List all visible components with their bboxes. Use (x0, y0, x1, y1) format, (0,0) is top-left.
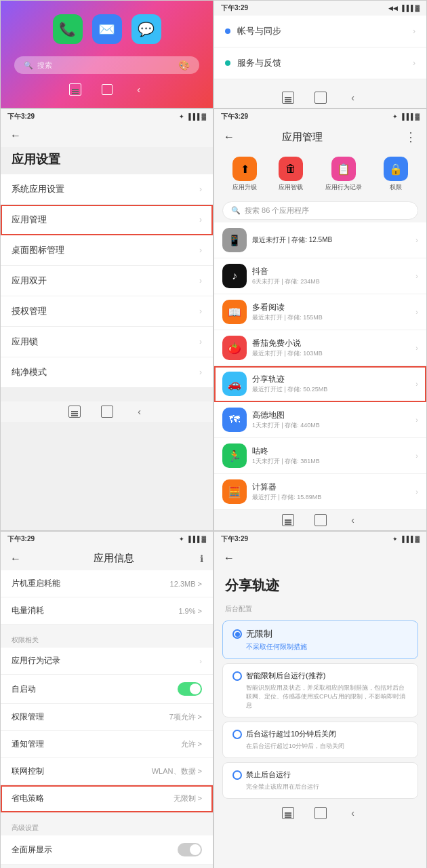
back-button-ml[interactable]: ← (10, 130, 21, 142)
settings-item-sysapp[interactable]: 系统应用设置 › (1, 174, 213, 205)
settings-item-auth[interactable]: 授权管理 › (1, 296, 213, 327)
notify-value: 允许 > (181, 739, 202, 749)
app-item-gaode[interactable]: 🗺 高德地图 1天未打开 | 存储: 440MB › (214, 402, 426, 438)
douyin-icon: ♪ (222, 264, 247, 288)
settings-item-desktop[interactable]: 桌面图标管理 › (1, 235, 213, 266)
fullscreen-toggle[interactable] (178, 843, 202, 856)
nav-back-icon[interactable]: ‹ (133, 83, 145, 96)
status-icons-tr: ◀◀ ▐▐▐ ▓ (388, 5, 420, 12)
feedback-item[interactable]: 服务与反馈 › (214, 47, 426, 79)
permmgmt-value: 7项允许 > (169, 712, 202, 722)
sysapp-chevron: › (199, 184, 202, 194)
bt-icon: ✦ (179, 113, 184, 120)
shortcut-smart[interactable]: 🗑 应用智载 (279, 157, 303, 192)
info-row-autostart[interactable]: 自启动 (1, 675, 213, 704)
bt-icon-mr: ✦ (392, 113, 398, 120)
nav-home-icon-ml[interactable] (101, 406, 113, 418)
info-row-fullscreen[interactable]: 全面屏显示 (1, 835, 213, 865)
app-settings-header: ← (1, 124, 213, 147)
chat-app-icon[interactable]: 💬 (131, 14, 161, 44)
info-row-behavior[interactable]: 应用行为记录 › (1, 648, 213, 675)
nav-home-icon[interactable] (102, 84, 113, 95)
option-forbid[interactable]: 禁止后台运行 完全禁止该应用在后台运行 (222, 762, 418, 799)
feedback-dot-icon (225, 60, 230, 66)
settings-item-dual[interactable]: 应用双开 › (1, 266, 213, 296)
nav-home-icon-mr2[interactable] (314, 514, 327, 526)
app-item-duokan[interactable]: 📖 多看阅读 最近未打开 | 存储: 155MB › (214, 294, 426, 330)
upgrade-icon: ⬆ (232, 157, 257, 181)
info-row-notify[interactable]: 通知管理 允许 > (1, 731, 213, 758)
gudong-chevron: › (415, 452, 418, 460)
nav-menu-icon[interactable] (69, 83, 81, 96)
panel-home: 📞 ✉️ 💬 🔍 搜索 🎨 ‹ (0, 0, 214, 108)
info-row-permmgmt[interactable]: 权限管理 7项允许 > (1, 704, 213, 731)
option-unlimited[interactable]: 无限制 不采取任何限制措施 (222, 620, 418, 659)
back-button-br[interactable]: ← (224, 552, 235, 564)
info-row-network[interactable]: 联网控制 WLAN、数据 > (1, 758, 213, 785)
nav-menu-icon-ml[interactable] (68, 406, 81, 418)
back-button-bl[interactable]: ← (10, 553, 21, 565)
more-button-mr[interactable]: ⋮ (405, 130, 417, 144)
info-row-battery-strategy[interactable]: 省电策略 无限制 > (1, 785, 213, 812)
nav-menu-icon-br[interactable] (282, 807, 294, 819)
app-item-sharetrace[interactable]: 🚗 分享轨迹 最近打开过 | 存储: 50.25MB › (214, 366, 426, 402)
option-timeout[interactable]: 后台运行超过10分钟后关闭 在后台运行超过10分钟后，自动关闭 (222, 722, 418, 758)
nav-menu-icon-tr[interactable] (282, 92, 294, 104)
account-sync-label: 帐号与同步 (237, 25, 413, 37)
app-settings-title-container: 应用设置 (1, 147, 213, 174)
auth-chevron: › (199, 307, 202, 316)
option-smart[interactable]: 智能限制后台运行(推荐) 智能识别应用及状态，并采取相应的限制措施，包括对后台联… (222, 663, 418, 717)
settings-item-pure[interactable]: 纯净模式 › (1, 357, 213, 388)
nav-back-icon-ml[interactable]: ‹ (134, 406, 146, 418)
back-button-mr[interactable]: ← (224, 131, 235, 143)
shortcut-permission[interactable]: 🔒 权限 (384, 157, 408, 192)
shortcut-behavior[interactable]: 📋 应用行为记录 (325, 157, 362, 192)
app-item-gudong[interactable]: 🏃 咕咚 1天未打开 | 存储: 381MB › (214, 438, 426, 474)
shortcut-upgrade[interactable]: ⬆ 应用升级 (232, 157, 257, 192)
wifi-icon: ◀◀ (388, 5, 398, 12)
status-icons-mr: ✦ ▐▐▐ ▓ (392, 113, 420, 120)
app-item-recent[interactable]: 📱 最近未打开 | 存储: 12.5MB › (214, 222, 426, 258)
duokan-meta: 最近未打开 | 存储: 155MB (252, 313, 415, 322)
check-smart-icon (232, 671, 242, 681)
panel-share-trace: 下午3:29 ✦ ▐▐▐ ▓ ← 分享轨迹 后台配置 无限制 不采取任何限制措施… (214, 531, 427, 868)
gaode-info: 高德地图 1天未打开 | 存储: 440MB (252, 410, 415, 430)
douyin-name: 抖音 (252, 266, 415, 277)
search-icon-app: 🔍 (231, 206, 241, 215)
app-item-calc[interactable]: 🧮 计算器 最近打开 | 存储: 15.89MB › (214, 474, 426, 510)
option-smart-title: 智能限制后台运行(推荐) (246, 671, 325, 681)
app-search-bar[interactable]: 🔍 搜索 86 个应用程序 (222, 201, 418, 220)
app-item-fanqie[interactable]: 🍅 番茄免费小说 最近未打开 | 存储: 103MB › (214, 330, 426, 366)
info-row-battery[interactable]: 电量消耗 1.9% > (1, 597, 213, 625)
nav-home-icon-br[interactable] (314, 807, 327, 819)
info-row-reset[interactable]: 片机重启耗能 12.3MB > (1, 570, 213, 597)
autostart-toggle[interactable] (178, 682, 202, 696)
behavior-label-bl: 应用行为记录 (12, 655, 197, 667)
option-smart-desc: 智能识别应用及状态，并采取相应的限制措施，包括对后台联网、定位、传感器使用或CP… (232, 684, 408, 710)
nav-menu-icon-mr[interactable] (282, 514, 294, 526)
status-bar-bl: 下午3:29 ✦ ▐▐▐ ▓ (1, 532, 213, 547)
app-list: 📱 最近未打开 | 存储: 12.5MB › ♪ 抖音 6天未打开 | 存储: … (214, 222, 426, 510)
nav-back-icon-mr2[interactable]: ‹ (347, 514, 359, 526)
gudong-name: 咕咚 (252, 446, 415, 457)
nav-back-icon-br[interactable]: ‹ (347, 807, 359, 819)
app-item-douyin[interactable]: ♪ 抖音 6天未打开 | 存储: 234MB › (214, 258, 426, 294)
signal-icon-br: ▐▐▐ (400, 536, 413, 542)
battery-icon-bl: ▓ (201, 536, 206, 542)
settings-item-lock[interactable]: 应用锁 › (1, 327, 213, 357)
nav-back-icon-tr[interactable]: ‹ (347, 92, 359, 104)
option-timeout-title: 后台运行超过10分钟后关闭 (246, 729, 336, 739)
signal-icon-mr: ▐▐▐ (400, 113, 413, 120)
recent-app-chevron: › (415, 236, 418, 244)
appmanage-label: 应用管理 (12, 214, 199, 226)
account-sync-item[interactable]: 帐号与同步 › (214, 16, 426, 47)
msg-app-icon[interactable]: ✉️ (92, 14, 122, 44)
sharetrace-name: 分享轨迹 (252, 374, 415, 385)
phone-app-icon[interactable]: 📞 (53, 14, 83, 44)
settings-item-appmanage[interactable]: 应用管理 › (1, 205, 213, 235)
status-time-br: 下午3:29 (221, 534, 248, 544)
nav-home-icon-tr[interactable] (314, 92, 327, 104)
douyin-chevron: › (415, 272, 418, 280)
calc-chevron: › (415, 488, 418, 496)
home-search-bar[interactable]: 🔍 搜索 🎨 (14, 56, 199, 74)
